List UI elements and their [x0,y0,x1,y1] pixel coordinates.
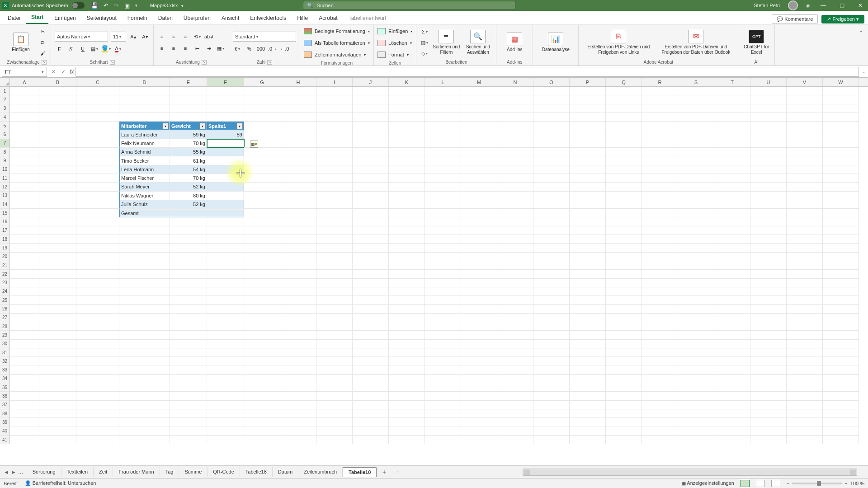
cell-Q14[interactable] [606,200,642,209]
cell-V2[interactable] [787,95,823,104]
cell-E36[interactable] [170,392,207,400]
cell-N26[interactable] [497,305,533,313]
merge-button[interactable]: ▦ [216,44,225,53]
font-size-select[interactable]: 11 [111,32,126,42]
cell-E20[interactable] [170,253,207,261]
view-layout-button[interactable] [756,480,765,487]
cell-L12[interactable] [425,183,461,191]
cell-H14[interactable] [280,200,316,209]
cell-T8[interactable] [714,148,750,156]
cell-J38[interactable] [353,409,389,418]
cell-H24[interactable] [280,287,316,296]
cell-D12[interactable]: Sarah Meyer [119,183,170,191]
cell-O14[interactable] [533,200,570,209]
cell-E16[interactable] [170,217,207,226]
cell-R32[interactable] [642,357,678,366]
cell-N23[interactable] [497,279,533,287]
cell-P21[interactable] [570,261,606,270]
row-header[interactable]: 16 [0,217,10,226]
cell-W10[interactable] [823,165,859,174]
cell-G1[interactable] [244,87,280,95]
autosave-toggle[interactable] [72,2,85,9]
indent-inc-icon[interactable]: ⇥ [204,44,213,53]
cell-E17[interactable] [170,226,207,235]
cell-T35[interactable] [714,383,750,392]
cell-K8[interactable] [389,148,425,156]
cell-W29[interactable] [823,331,859,339]
cell-N33[interactable] [497,366,533,375]
cell-O27[interactable] [533,314,570,322]
cell-N13[interactable] [497,192,533,200]
row-header[interactable]: 1 [0,87,10,95]
cell-J36[interactable] [353,392,389,400]
cell-H39[interactable] [280,418,316,427]
row-header[interactable]: 5 [0,122,10,130]
cell-T30[interactable] [714,340,750,348]
cell-N34[interactable] [497,375,533,383]
cell-I8[interactable] [316,148,353,156]
cell-I31[interactable] [316,348,353,357]
cell-V32[interactable] [787,357,823,366]
cell-C32[interactable] [76,357,119,366]
cell-M2[interactable] [461,95,497,104]
cell-W28[interactable] [823,322,859,331]
cell-A23[interactable] [10,279,39,287]
menu-tab-datei[interactable]: Datei [3,12,25,24]
menu-tab-ansicht[interactable]: Ansicht [217,12,244,24]
cell-W3[interactable] [823,104,859,113]
cell-C35[interactable] [76,383,119,392]
cell-Q26[interactable] [606,305,642,313]
cell-S4[interactable] [678,113,714,122]
cell-W9[interactable] [823,156,859,165]
diamond-icon[interactable]: ◈ [806,3,810,9]
row-header[interactable]: 21 [0,261,10,270]
cell-O31[interactable] [533,348,570,357]
cell-E6[interactable]: 59 kg [170,130,207,139]
cell-P39[interactable] [570,418,606,427]
cell-P30[interactable] [570,340,606,348]
cell-V6[interactable] [787,130,823,139]
cell-W2[interactable] [823,95,859,104]
cell-E11[interactable]: 70 kg [170,174,207,183]
cell-P10[interactable] [570,165,606,174]
cell-V10[interactable] [787,165,823,174]
cell-G23[interactable] [244,279,280,287]
cell-F21[interactable] [207,261,244,270]
cell-H9[interactable] [280,156,316,165]
cell-N37[interactable] [497,401,533,409]
cell-F11[interactable] [207,174,244,183]
cell-G7[interactable] [244,139,280,148]
cell-G26[interactable] [244,305,280,313]
cell-L37[interactable] [425,401,461,409]
cell-W32[interactable] [823,357,859,366]
cell-D29[interactable] [119,331,170,339]
cell-L24[interactable] [425,287,461,296]
cell-B25[interactable] [39,296,76,305]
cell-H16[interactable] [280,217,316,226]
cell-F15[interactable] [207,209,244,217]
cell-M29[interactable] [461,331,497,339]
cell-P40[interactable] [570,427,606,436]
cell-B27[interactable] [39,314,76,322]
cell-H12[interactable] [280,183,316,191]
zoom-level[interactable]: 100 % [850,481,864,486]
cell-G3[interactable] [244,104,280,113]
cell-E22[interactable] [170,270,207,278]
cell-T28[interactable] [714,322,750,331]
cell-S26[interactable] [678,305,714,313]
cell-P41[interactable] [570,436,606,444]
cell-C30[interactable] [76,340,119,348]
select-all-corner[interactable] [0,78,10,87]
cell-D11[interactable]: Marcel Fischer [119,174,170,183]
cell-R33[interactable] [642,366,678,375]
cell-O4[interactable] [533,113,570,122]
cell-D17[interactable] [119,226,170,235]
cell-P29[interactable] [570,331,606,339]
row-header[interactable]: 36 [0,392,10,400]
cell-J9[interactable] [353,156,389,165]
cell-I16[interactable] [316,217,353,226]
cell-K34[interactable] [389,375,425,383]
cell-Q15[interactable] [606,209,642,217]
cell-P17[interactable] [570,226,606,235]
cell-D21[interactable] [119,261,170,270]
